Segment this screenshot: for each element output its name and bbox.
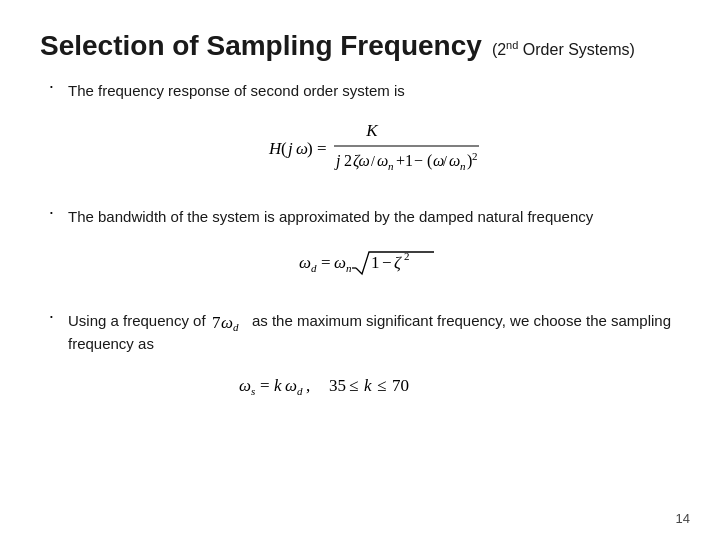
svg-text:ω: ω <box>449 152 460 169</box>
svg-text:2: 2 <box>344 152 352 169</box>
svg-text:ω: ω <box>334 253 346 272</box>
svg-text:ω: ω <box>299 253 311 272</box>
svg-text:+1: +1 <box>396 152 413 169</box>
bullet-text-3: Using a frequency of 7 ω d as the maximu… <box>68 310 680 419</box>
svg-text:n: n <box>346 262 352 274</box>
title-subtitle: (2nd Order Systems) <box>492 39 635 59</box>
svg-text:(: ( <box>281 139 287 158</box>
bullet-text-1: The frequency response of second order s… <box>68 80 680 196</box>
bullet-text-2: The bandwidth of the system is approxima… <box>68 206 680 300</box>
svg-text:s: s <box>251 385 255 397</box>
svg-text:/: / <box>443 154 447 169</box>
svg-text:ω: ω <box>285 376 297 395</box>
bullet-item-2: • The bandwidth of the system is approxi… <box>50 206 680 300</box>
bullet-marker-2: • <box>50 208 68 217</box>
formula-ws: ω s = k ω d , 35 ≤ k ≤ 70 <box>68 364 680 404</box>
svg-text:≤: ≤ <box>377 376 386 395</box>
svg-text:k: k <box>274 376 282 395</box>
slide: Selection of Sampling Frequency (2nd Ord… <box>0 0 720 540</box>
svg-text:35: 35 <box>329 376 346 395</box>
svg-text:2: 2 <box>404 250 410 262</box>
svg-text:(: ( <box>427 152 432 170</box>
bullet-marker-3: • <box>50 312 68 321</box>
svg-text:n: n <box>388 160 394 172</box>
svg-text:ζω: ζω <box>353 152 370 170</box>
svg-text:=: = <box>317 139 327 158</box>
svg-text:ω: ω <box>221 313 233 332</box>
page-number: 14 <box>676 511 690 526</box>
svg-text:j: j <box>334 152 341 170</box>
svg-text:7: 7 <box>212 313 221 332</box>
svg-text:≤: ≤ <box>349 376 358 395</box>
svg-text:j: j <box>286 139 293 158</box>
svg-text:=: = <box>321 253 331 272</box>
formula-hjw: H ( j ω ) = K j 2 ζω / <box>68 112 680 182</box>
bullet-item-3: • Using a frequency of 7 ω d as the maxi… <box>50 310 680 419</box>
svg-text:n: n <box>460 160 466 172</box>
svg-text:d: d <box>233 321 239 333</box>
svg-text:−: − <box>382 253 392 272</box>
title-main: Selection of Sampling Frequency <box>40 30 482 62</box>
svg-text:d: d <box>311 262 317 274</box>
svg-text:/: / <box>371 154 375 169</box>
svg-text:ω: ω <box>239 376 251 395</box>
svg-text:=: = <box>260 376 270 395</box>
svg-text:ζ: ζ <box>394 253 402 272</box>
svg-text:k: k <box>364 376 372 395</box>
svg-text:70: 70 <box>392 376 409 395</box>
svg-text:−: − <box>414 152 423 169</box>
content-area: • The frequency response of second order… <box>40 80 680 418</box>
svg-text:1: 1 <box>371 253 380 272</box>
formula-wd: ω d = ω n 1 − ζ 2 <box>68 238 680 286</box>
slide-title: Selection of Sampling Frequency (2nd Ord… <box>40 30 680 62</box>
svg-text:K: K <box>365 121 379 140</box>
svg-text:2: 2 <box>472 150 478 162</box>
svg-text:d: d <box>297 385 303 397</box>
svg-text:ω: ω <box>377 152 388 169</box>
bullet-marker-1: • <box>50 82 68 91</box>
svg-text:,: , <box>306 376 310 395</box>
svg-text:): ) <box>307 139 313 158</box>
bullet-item-1: • The frequency response of second order… <box>50 80 680 196</box>
